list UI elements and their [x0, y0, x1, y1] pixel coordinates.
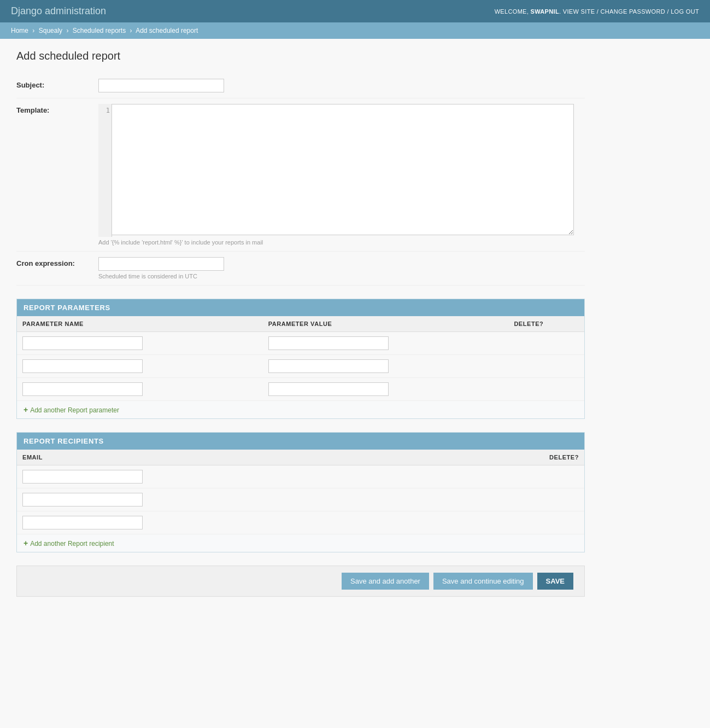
- brand-title: Django administration: [11, 5, 106, 16]
- submit-row: Save and add another Save and continue e…: [16, 566, 585, 597]
- cron-label: Cron expression:: [16, 257, 98, 267]
- param-name-input-1[interactable]: [22, 336, 143, 350]
- add-recipient-row: +Add another Report recipient: [17, 534, 584, 552]
- table-row: [17, 378, 584, 401]
- welcome-text: WELCOME,: [495, 8, 529, 15]
- param-value-cell: [263, 355, 509, 378]
- param-name-input-2[interactable]: [22, 359, 143, 373]
- report-parameters-table: PARAMETER NAME PARAMETER VALUE DELETE?: [17, 316, 584, 400]
- change-password-link[interactable]: CHANGE PASSWORD: [601, 8, 665, 15]
- table-row: [17, 511, 584, 534]
- report-recipients-table: EMAIL DELETE?: [17, 450, 584, 534]
- textarea-wrap: 1: [98, 104, 585, 237]
- param-name-col-header: PARAMETER NAME: [17, 316, 263, 332]
- param-value-input-3[interactable]: [268, 382, 389, 396]
- param-value-col-header: PARAMETER VALUE: [263, 316, 509, 332]
- add-report-parameter-link[interactable]: +Add another Report parameter: [24, 406, 119, 414]
- email-input-1[interactable]: [22, 470, 143, 484]
- save-button[interactable]: SAVE: [537, 573, 573, 590]
- param-delete-cell: [508, 378, 584, 401]
- param-value-input-2[interactable]: [268, 359, 389, 373]
- report-parameters-header: REPORT PARAMETERS: [17, 299, 584, 316]
- subject-row: Subject:: [16, 73, 585, 98]
- user-tools: WELCOME, SWAPNIL. VIEW SITE / CHANGE PAS…: [495, 8, 699, 15]
- template-row: Template: 1 Add '{% include 'report.html…: [16, 98, 585, 252]
- param-name-input-3[interactable]: [22, 382, 143, 396]
- param-value-input-1[interactable]: [268, 336, 389, 350]
- param-delete-col-header: DELETE?: [508, 316, 584, 332]
- breadcrumb-scheduled-reports[interactable]: Scheduled reports: [73, 27, 126, 34]
- subject-input[interactable]: [98, 79, 224, 92]
- table-row: [17, 355, 584, 378]
- main-content: Add scheduled report Subject: Template: …: [0, 39, 601, 608]
- cron-row: Cron expression: Scheduled time is consi…: [16, 252, 585, 286]
- email-cell: [17, 465, 450, 488]
- email-col-header: EMAIL: [17, 450, 450, 465]
- view-site-link[interactable]: VIEW SITE: [563, 8, 595, 15]
- plus-icon: +: [24, 405, 28, 414]
- cron-field-wrap: Scheduled time is considered in UTC: [98, 257, 585, 279]
- page-title: Add scheduled report: [16, 50, 585, 62]
- param-name-cell: [17, 332, 263, 355]
- log-out-link[interactable]: LOG OUT: [671, 8, 699, 15]
- template-label: Template:: [16, 104, 98, 114]
- template-help-text: Add '{% include 'report.html' %}' to inc…: [98, 239, 585, 246]
- save-add-button[interactable]: Save and add another: [342, 573, 429, 590]
- recipient-delete-cell: [450, 465, 584, 488]
- breadcrumb: Home › Squealy › Scheduled reports › Add…: [0, 22, 710, 39]
- table-row: [17, 332, 584, 355]
- template-field-wrap: 1 Add '{% include 'report.html' %}' to i…: [98, 104, 585, 246]
- recipient-delete-col-header: DELETE?: [450, 450, 584, 465]
- header: Django administration WELCOME, SWAPNIL. …: [0, 0, 710, 22]
- email-cell: [17, 488, 450, 511]
- report-recipients-header: REPORT RECIPIENTS: [17, 433, 584, 450]
- recipient-delete-cell: [450, 488, 584, 511]
- param-delete-cell: [508, 355, 584, 378]
- add-report-recipient-link[interactable]: +Add another Report recipient: [24, 540, 114, 548]
- table-row: [17, 488, 584, 511]
- breadcrumb-current: Add scheduled report: [136, 27, 198, 34]
- template-textarea[interactable]: [98, 104, 574, 235]
- breadcrumb-home[interactable]: Home: [11, 27, 28, 34]
- param-value-cell: [263, 332, 509, 355]
- username: SWAPNIL: [531, 8, 559, 15]
- subject-field-wrap: [98, 79, 585, 92]
- table-row: [17, 465, 584, 488]
- param-name-cell: [17, 355, 263, 378]
- line-numbers: 1: [98, 104, 112, 237]
- email-cell: [17, 511, 450, 534]
- cron-input[interactable]: [98, 257, 224, 271]
- cron-help-text: Scheduled time is considered in UTC: [98, 273, 585, 279]
- recipient-delete-cell: [450, 511, 584, 534]
- save-continue-button[interactable]: Save and continue editing: [433, 573, 533, 590]
- breadcrumb-squealy[interactable]: Squealy: [39, 27, 62, 34]
- param-value-cell: [263, 378, 509, 401]
- plus-icon: +: [24, 539, 28, 548]
- param-name-cell: [17, 378, 263, 401]
- report-recipients-section: REPORT RECIPIENTS EMAIL DELETE?: [16, 432, 585, 552]
- report-parameters-section: REPORT PARAMETERS PARAMETER NAME PARAMET…: [16, 299, 585, 419]
- site-branding: Django administration: [11, 5, 106, 17]
- subject-label: Subject:: [16, 79, 98, 89]
- email-input-2[interactable]: [22, 493, 143, 506]
- param-delete-cell: [508, 332, 584, 355]
- email-input-3[interactable]: [22, 516, 143, 529]
- add-parameter-row: +Add another Report parameter: [17, 400, 584, 418]
